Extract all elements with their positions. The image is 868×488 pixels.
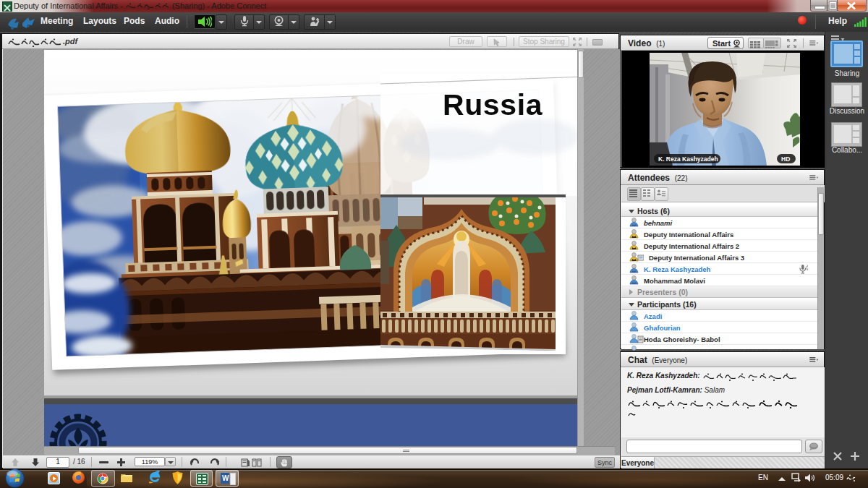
svg-text:Russia: Russia [443, 88, 543, 121]
svg-text:K. Reza Kashyzadeh: K. Reza Kashyzadeh [658, 155, 718, 163]
svg-text:HD: HD [781, 155, 790, 163]
